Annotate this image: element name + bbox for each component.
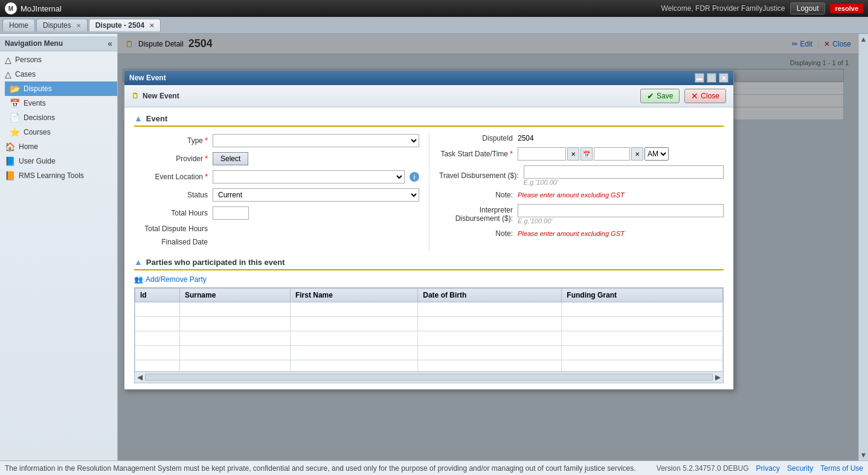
sidebar-item-cases[interactable]: △ Cases bbox=[0, 67, 117, 81]
provider-label: Provider bbox=[134, 155, 213, 163]
sidebar-item-cases-label: Cases bbox=[15, 70, 36, 78]
rms-learning-icon: 📙 bbox=[5, 171, 15, 180]
sidebar-section: △ Persons △ Cases 📂 Disputes 📅 Events 📄 bbox=[0, 51, 117, 184]
terms-link[interactable]: Terms of Use bbox=[820, 464, 863, 473]
close-modal-button[interactable]: ✕ Close bbox=[684, 89, 726, 103]
privacy-link[interactable]: Privacy bbox=[756, 464, 780, 473]
empty-cell bbox=[135, 317, 180, 331]
empty-row-2 bbox=[135, 317, 723, 331]
disputes-icon: 📂 bbox=[10, 84, 20, 94]
parties-toggle-icon[interactable]: ▲ bbox=[134, 257, 143, 267]
travel-disbursement-input[interactable] bbox=[524, 165, 724, 179]
top-bar: M MoJInternal Welcome, FDR Provider Fami… bbox=[0, 0, 868, 17]
sidebar-cases-group: 📂 Disputes 📅 Events 📄 Decisions ⭐ Course… bbox=[0, 81, 117, 139]
finalised-date-label: Finalised Date bbox=[134, 238, 213, 246]
event-form-section: ▲ Event Type bbox=[124, 107, 733, 257]
new-event-title-area: 🗒 New Event bbox=[132, 92, 179, 100]
clear-date-button[interactable]: ✕ bbox=[567, 147, 579, 161]
col-first-name: First Name bbox=[290, 289, 417, 302]
save-button[interactable]: ✔ Save bbox=[640, 89, 680, 103]
total-hours-input[interactable] bbox=[213, 206, 249, 220]
tab-dispute-2504-close[interactable]: ✕ bbox=[149, 22, 154, 29]
col-funding-grant: Funding Grant bbox=[562, 289, 723, 302]
status-row: Status Current bbox=[134, 188, 419, 202]
empty-cell bbox=[135, 331, 180, 346]
time-input[interactable] bbox=[594, 147, 630, 161]
sidebar-item-persons[interactable]: △ Persons bbox=[0, 53, 117, 67]
tab-disputes-close[interactable]: ✕ bbox=[76, 22, 81, 29]
select-provider-button[interactable]: Select bbox=[213, 152, 248, 165]
empty-cell bbox=[180, 346, 291, 360]
interpreter-note-row: Note: Please enter amount excluding GST bbox=[439, 229, 724, 238]
empty-cell bbox=[180, 331, 291, 346]
interpreter-input[interactable] bbox=[518, 204, 724, 217]
new-event-modal: New Event ▬ □ ✕ 🗒 New Event ✔ bbox=[124, 70, 734, 390]
empty-cell bbox=[290, 302, 417, 317]
parties-table: Id Surname First Name Date of Birth Fund… bbox=[135, 288, 723, 372]
modal-minimize-button[interactable]: ▬ bbox=[695, 73, 704, 83]
content-area: 🗒 Dispute Detail 2504 ✏ Edit | ✕ Close D… bbox=[118, 34, 858, 461]
empty-cell bbox=[562, 360, 723, 372]
horizontal-scrollbar[interactable] bbox=[145, 374, 713, 381]
tab-home[interactable]: Home bbox=[2, 19, 35, 31]
travel-disbursement-label: Travel Disbursement ($): bbox=[439, 171, 524, 180]
dispute-id-label: DisputeId bbox=[439, 134, 518, 142]
col-id: Id bbox=[135, 289, 180, 302]
event-location-select[interactable] bbox=[213, 170, 405, 183]
sidebar-item-rms-learning[interactable]: 📙 RMS Learning Tools bbox=[0, 168, 117, 183]
ampm-select[interactable]: AMPM bbox=[645, 147, 669, 161]
section-toggle-icon[interactable]: ▲ bbox=[134, 113, 143, 123]
add-party-label: Add/Remove Party bbox=[146, 275, 207, 284]
scroll-up-button[interactable]: ▲ bbox=[859, 34, 868, 45]
main-layout: Navigation Menu « △ Persons △ Cases 📂 Di… bbox=[0, 34, 868, 461]
event-location-label: Event Location bbox=[134, 173, 213, 181]
close-modal-label: Close bbox=[701, 92, 719, 100]
type-select[interactable] bbox=[213, 134, 419, 147]
parties-table-wrapper: Id Surname First Name Date of Birth Fund… bbox=[134, 287, 724, 372]
section-header: ▲ Event bbox=[134, 113, 724, 127]
modal-restore-button[interactable]: □ bbox=[707, 73, 716, 83]
parties-header: ▲ Parties who participated in this event bbox=[134, 257, 724, 270]
status-select[interactable]: Current bbox=[213, 188, 419, 202]
form-right: DisputeId 2504 Task Start Date/Time ✕ 📅 bbox=[429, 134, 724, 251]
sidebar-item-disputes[interactable]: 📂 Disputes bbox=[5, 81, 117, 96]
scroll-down-button[interactable]: ▼ bbox=[859, 450, 868, 461]
date-input[interactable] bbox=[518, 147, 566, 161]
interpreter-label: Interpreter Disbursement ($): bbox=[439, 206, 518, 223]
welcome-text: Welcome, FDR Provider FamilyJustice bbox=[661, 4, 785, 13]
type-row: Type bbox=[134, 134, 419, 147]
tab-bar: Home Disputes ✕ Dispute - 2504 ✕ bbox=[0, 17, 868, 34]
sidebar-item-decisions[interactable]: 📄 Decisions bbox=[5, 110, 117, 125]
calendar-button[interactable]: 📅 bbox=[580, 147, 593, 161]
provider-row: Provider Select bbox=[134, 152, 419, 165]
add-remove-party-button[interactable]: 👥 Add/Remove Party bbox=[134, 275, 724, 284]
tab-disputes[interactable]: Disputes ✕ bbox=[36, 19, 88, 31]
modal-close-x-button[interactable]: ✕ bbox=[719, 73, 728, 83]
empty-cell bbox=[290, 331, 417, 346]
sidebar-item-events[interactable]: 📅 Events bbox=[5, 96, 117, 110]
empty-cell bbox=[562, 317, 723, 331]
status-label: Status bbox=[134, 191, 213, 199]
sidebar-header: Navigation Menu « bbox=[0, 36, 117, 51]
logout-button[interactable]: Logout bbox=[790, 2, 826, 14]
empty-row-3 bbox=[135, 331, 723, 346]
footer-right: Version 5.2.34757.0 DEBUG Privacy Securi… bbox=[657, 464, 863, 473]
clear-time-button[interactable]: ✕ bbox=[631, 147, 643, 161]
dispute-id-value: 2504 bbox=[518, 134, 534, 142]
table-scroll-bar: ◀ ▶ bbox=[134, 372, 724, 383]
sidebar-item-courses[interactable]: ⭐ Courses bbox=[5, 125, 117, 139]
sidebar-item-home[interactable]: 🏠 Home bbox=[0, 139, 117, 154]
top-bar-right: Welcome, FDR Provider FamilyJustice Logo… bbox=[661, 2, 863, 14]
empty-cell bbox=[135, 360, 180, 372]
col-surname: Surname bbox=[180, 289, 291, 302]
party-icon: 👥 bbox=[134, 275, 143, 284]
sidebar-item-user-guide[interactable]: 📘 User Guide bbox=[0, 154, 117, 168]
resolve-logo: resolve bbox=[830, 4, 863, 13]
tab-disputes-label: Disputes bbox=[43, 21, 71, 30]
sidebar-collapse-button[interactable]: « bbox=[108, 39, 112, 48]
scroll-left-button[interactable]: ◀ bbox=[137, 373, 143, 381]
tab-dispute-2504[interactable]: Dispute - 2504 ✕ bbox=[89, 19, 161, 31]
security-link[interactable]: Security bbox=[787, 464, 813, 473]
scroll-right-button[interactable]: ▶ bbox=[715, 373, 721, 381]
empty-row-1 bbox=[135, 302, 723, 317]
